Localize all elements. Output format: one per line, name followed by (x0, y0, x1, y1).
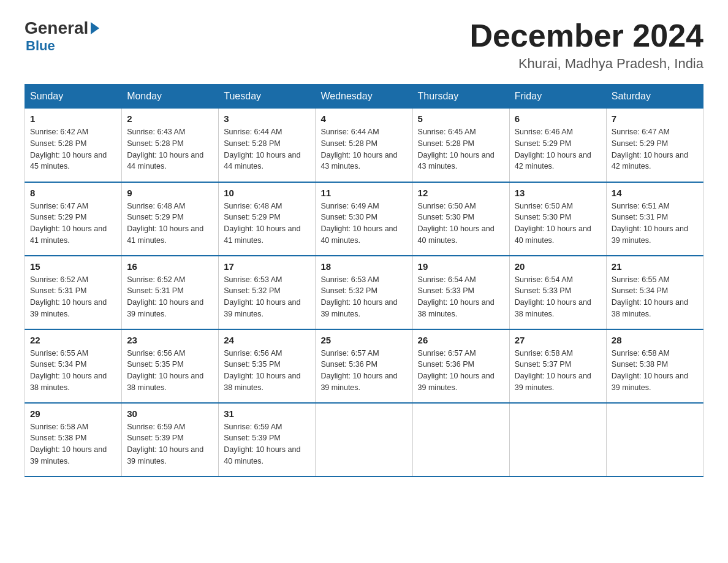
calendar-cell: 7 Sunrise: 6:47 AMSunset: 5:29 PMDayligh… (606, 109, 703, 182)
day-number: 25 (320, 335, 407, 345)
day-number: 31 (224, 408, 310, 419)
day-number: 27 (515, 335, 601, 345)
calendar-cell (509, 403, 606, 477)
day-number: 19 (418, 261, 504, 272)
calendar-cell: 4 Sunrise: 6:44 AMSunset: 5:28 PMDayligh… (316, 109, 412, 182)
calendar-cell: 29 Sunrise: 6:58 AMSunset: 5:38 PMDaylig… (25, 403, 122, 477)
day-info: Sunrise: 6:52 AMSunset: 5:31 PMDaylight:… (127, 274, 213, 320)
calendar-cell: 8 Sunrise: 6:47 AMSunset: 5:29 PMDayligh… (25, 182, 122, 256)
day-info: Sunrise: 6:57 AMSunset: 5:36 PMDaylight:… (320, 348, 407, 394)
day-number: 22 (30, 335, 116, 345)
week-row-2: 8 Sunrise: 6:47 AMSunset: 5:29 PMDayligh… (25, 182, 703, 256)
calendar-cell: 16 Sunrise: 6:52 AMSunset: 5:31 PMDaylig… (122, 256, 219, 329)
day-info: Sunrise: 6:59 AMSunset: 5:39 PMDaylight:… (127, 421, 213, 467)
day-info: Sunrise: 6:53 AMSunset: 5:32 PMDaylight:… (224, 274, 310, 320)
calendar-cell: 19 Sunrise: 6:54 AMSunset: 5:33 PMDaylig… (412, 256, 509, 329)
day-info: Sunrise: 6:48 AMSunset: 5:29 PMDaylight:… (127, 201, 213, 247)
calendar-cell: 2 Sunrise: 6:43 AMSunset: 5:28 PMDayligh… (122, 109, 219, 182)
day-number: 12 (418, 188, 504, 198)
day-number: 30 (127, 408, 213, 419)
day-info: Sunrise: 6:47 AMSunset: 5:29 PMDaylight:… (30, 201, 116, 247)
day-number: 15 (30, 261, 116, 272)
day-number: 28 (612, 335, 698, 345)
calendar-cell: 26 Sunrise: 6:57 AMSunset: 5:36 PMDaylig… (412, 329, 509, 403)
day-number: 17 (224, 261, 310, 272)
calendar-cell (412, 403, 509, 477)
day-info: Sunrise: 6:42 AMSunset: 5:28 PMDaylight:… (30, 126, 116, 172)
day-info: Sunrise: 6:58 AMSunset: 5:37 PMDaylight:… (515, 348, 601, 394)
calendar-cell: 1 Sunrise: 6:42 AMSunset: 5:28 PMDayligh… (25, 109, 122, 182)
day-info: Sunrise: 6:50 AMSunset: 5:30 PMDaylight:… (515, 201, 601, 247)
page-header: General Blue December 2024 Khurai, Madhy… (25, 18, 703, 72)
day-number: 6 (515, 113, 601, 124)
location: Khurai, Madhya Pradesh, India (469, 56, 703, 72)
day-info: Sunrise: 6:55 AMSunset: 5:34 PMDaylight:… (612, 274, 698, 320)
weekday-header-thursday: Thursday (412, 85, 509, 109)
calendar-cell: 21 Sunrise: 6:55 AMSunset: 5:34 PMDaylig… (606, 256, 703, 329)
day-info: Sunrise: 6:44 AMSunset: 5:28 PMDaylight:… (224, 126, 310, 172)
day-info: Sunrise: 6:49 AMSunset: 5:30 PMDaylight:… (320, 201, 407, 247)
logo-blue-text: Blue (26, 38, 55, 54)
day-info: Sunrise: 6:44 AMSunset: 5:28 PMDaylight:… (320, 126, 407, 172)
calendar-cell: 15 Sunrise: 6:52 AMSunset: 5:31 PMDaylig… (25, 256, 122, 329)
calendar-cell: 28 Sunrise: 6:58 AMSunset: 5:38 PMDaylig… (606, 329, 703, 403)
day-info: Sunrise: 6:53 AMSunset: 5:32 PMDaylight:… (320, 274, 407, 320)
day-number: 18 (320, 261, 407, 272)
day-number: 2 (127, 113, 213, 124)
week-row-5: 29 Sunrise: 6:58 AMSunset: 5:38 PMDaylig… (25, 403, 703, 477)
weekday-header-friday: Friday (509, 85, 606, 109)
calendar-cell: 23 Sunrise: 6:56 AMSunset: 5:35 PMDaylig… (122, 329, 219, 403)
weekday-header-sunday: Sunday (25, 85, 122, 109)
calendar-table: SundayMondayTuesdayWednesdayThursdayFrid… (25, 84, 703, 477)
calendar-cell: 3 Sunrise: 6:44 AMSunset: 5:28 PMDayligh… (219, 109, 316, 182)
logo-general: General (25, 18, 100, 38)
day-number: 8 (30, 188, 116, 198)
calendar-cell: 9 Sunrise: 6:48 AMSunset: 5:29 PMDayligh… (122, 182, 219, 256)
day-number: 10 (224, 188, 310, 198)
logo: General Blue (25, 18, 100, 54)
day-info: Sunrise: 6:58 AMSunset: 5:38 PMDaylight:… (612, 348, 698, 394)
day-number: 5 (418, 113, 504, 124)
day-info: Sunrise: 6:43 AMSunset: 5:28 PMDaylight:… (127, 126, 213, 172)
logo-general-text: General (25, 18, 88, 38)
day-number: 20 (515, 261, 601, 272)
day-info: Sunrise: 6:56 AMSunset: 5:35 PMDaylight:… (127, 348, 213, 394)
day-info: Sunrise: 6:54 AMSunset: 5:33 PMDaylight:… (515, 274, 601, 320)
day-info: Sunrise: 6:54 AMSunset: 5:33 PMDaylight:… (418, 274, 504, 320)
month-title: December 2024 (469, 18, 703, 53)
weekday-header-saturday: Saturday (606, 85, 703, 109)
calendar-cell (606, 403, 703, 477)
day-info: Sunrise: 6:55 AMSunset: 5:34 PMDaylight:… (30, 348, 116, 394)
day-info: Sunrise: 6:46 AMSunset: 5:29 PMDaylight:… (515, 126, 601, 172)
day-info: Sunrise: 6:52 AMSunset: 5:31 PMDaylight:… (30, 274, 116, 320)
day-number: 3 (224, 113, 310, 124)
day-number: 24 (224, 335, 310, 345)
day-number: 26 (418, 335, 504, 345)
day-info: Sunrise: 6:45 AMSunset: 5:28 PMDaylight:… (418, 126, 504, 172)
day-info: Sunrise: 6:59 AMSunset: 5:39 PMDaylight:… (224, 421, 310, 467)
weekday-header-row: SundayMondayTuesdayWednesdayThursdayFrid… (25, 85, 703, 109)
day-number: 4 (320, 113, 407, 124)
calendar-cell: 18 Sunrise: 6:53 AMSunset: 5:32 PMDaylig… (316, 256, 412, 329)
weekday-header-tuesday: Tuesday (219, 85, 316, 109)
calendar-cell: 27 Sunrise: 6:58 AMSunset: 5:37 PMDaylig… (509, 329, 606, 403)
day-info: Sunrise: 6:51 AMSunset: 5:31 PMDaylight:… (612, 201, 698, 247)
week-row-4: 22 Sunrise: 6:55 AMSunset: 5:34 PMDaylig… (25, 329, 703, 403)
calendar-cell: 22 Sunrise: 6:55 AMSunset: 5:34 PMDaylig… (25, 329, 122, 403)
day-info: Sunrise: 6:47 AMSunset: 5:29 PMDaylight:… (612, 126, 698, 172)
calendar-cell: 24 Sunrise: 6:56 AMSunset: 5:35 PMDaylig… (219, 329, 316, 403)
day-number: 16 (127, 261, 213, 272)
day-number: 13 (515, 188, 601, 198)
day-info: Sunrise: 6:48 AMSunset: 5:29 PMDaylight:… (224, 201, 310, 247)
calendar-cell: 12 Sunrise: 6:50 AMSunset: 5:30 PMDaylig… (412, 182, 509, 256)
logo-arrow-icon (91, 22, 99, 34)
day-number: 11 (320, 188, 407, 198)
title-section: December 2024 Khurai, Madhya Pradesh, In… (469, 18, 703, 72)
day-number: 29 (30, 408, 116, 419)
calendar-cell: 30 Sunrise: 6:59 AMSunset: 5:39 PMDaylig… (122, 403, 219, 477)
day-info: Sunrise: 6:58 AMSunset: 5:38 PMDaylight:… (30, 421, 116, 467)
calendar-cell: 6 Sunrise: 6:46 AMSunset: 5:29 PMDayligh… (509, 109, 606, 182)
day-number: 21 (612, 261, 698, 272)
calendar-cell: 13 Sunrise: 6:50 AMSunset: 5:30 PMDaylig… (509, 182, 606, 256)
calendar-cell: 10 Sunrise: 6:48 AMSunset: 5:29 PMDaylig… (219, 182, 316, 256)
